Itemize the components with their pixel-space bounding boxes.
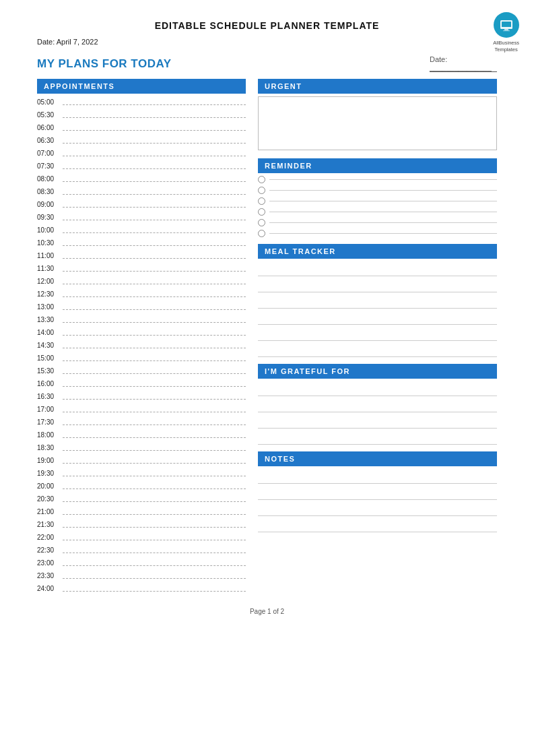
time-slot-line[interactable]	[63, 540, 246, 540]
time-slot-line[interactable]	[63, 578, 246, 579]
time-slot-line[interactable]	[63, 412, 246, 412]
notes-line[interactable]	[258, 485, 497, 500]
reminder-item	[258, 187, 497, 194]
time-slot-line[interactable]	[63, 117, 246, 118]
time-slot: 13:00	[37, 301, 246, 312]
svg-rect-1	[502, 22, 511, 27]
time-slot: 21:00	[37, 506, 246, 517]
time-slot-line[interactable]	[63, 565, 246, 566]
grateful-line[interactable]	[258, 398, 497, 412]
time-slot-line[interactable]	[63, 514, 246, 515]
time-slot-line[interactable]	[63, 156, 246, 156]
reminder-item	[258, 208, 497, 216]
grateful-line[interactable]	[258, 381, 497, 396]
time-slot-line[interactable]	[63, 437, 246, 438]
time-slot: 18:30	[37, 442, 246, 453]
reminder-line[interactable]	[269, 233, 497, 234]
meal-lines	[258, 261, 497, 357]
time-label: 16:00	[37, 381, 63, 389]
notes-line[interactable]	[258, 469, 497, 484]
time-slot-line[interactable]	[63, 450, 246, 451]
urgent-header: URGENT	[258, 79, 497, 94]
time-slot: 12:00	[37, 276, 246, 286]
time-slot: 12:30	[37, 288, 246, 299]
meal-line[interactable]	[258, 342, 497, 357]
time-slot-line[interactable]	[63, 296, 246, 297]
logo: AllBusiness Templates	[493, 12, 519, 53]
time-slot-line[interactable]	[63, 284, 246, 284]
time-slot-line[interactable]	[63, 386, 246, 387]
grateful-line[interactable]	[258, 414, 497, 429]
time-slot: 22:00	[37, 532, 246, 542]
reminder-item	[258, 219, 497, 226]
time-label: 11:30	[37, 265, 63, 274]
time-slot: 24:00	[37, 583, 246, 594]
reminder-line[interactable]	[269, 212, 497, 212]
time-label: 21:30	[37, 522, 63, 530]
time-label: 06:30	[37, 137, 63, 146]
time-slot-line[interactable]	[63, 501, 246, 502]
reminder-checkbox[interactable]	[258, 187, 265, 194]
time-label: 13:00	[37, 304, 63, 312]
time-slot-line[interactable]	[63, 527, 246, 528]
reminder-checkbox[interactable]	[258, 197, 265, 205]
time-slot-line[interactable]	[63, 207, 246, 208]
time-slot-line[interactable]	[63, 322, 246, 323]
time-slot-line[interactable]	[63, 591, 246, 592]
reminder-checkbox[interactable]	[258, 208, 265, 216]
time-slot: 20:00	[37, 480, 246, 491]
time-slot-line[interactable]	[63, 348, 246, 348]
time-slot-line[interactable]	[63, 245, 246, 246]
time-slot-line[interactable]	[63, 220, 246, 220]
time-slot-line[interactable]	[63, 489, 246, 489]
time-slot-line[interactable]	[63, 130, 246, 131]
reminder-line[interactable]	[269, 190, 497, 191]
time-slot-line[interactable]	[63, 168, 246, 169]
time-slot: 16:30	[37, 391, 246, 402]
reminder-line[interactable]	[269, 179, 497, 180]
time-label: 07:30	[37, 163, 63, 171]
reminder-checkbox[interactable]	[258, 219, 265, 226]
content-area: APPOINTMENTS 05:0005:3006:0006:3007:0007…	[37, 79, 497, 596]
grateful-line[interactable]	[258, 430, 497, 445]
time-slot-line[interactable]	[63, 309, 246, 310]
reminder-checkbox[interactable]	[258, 176, 265, 183]
time-label: 12:00	[37, 278, 63, 286]
notes-line[interactable]	[258, 501, 497, 516]
meal-line[interactable]	[258, 310, 497, 325]
time-slot-line[interactable]	[63, 553, 246, 553]
time-slot-line[interactable]	[63, 399, 246, 400]
time-slot-line[interactable]	[63, 360, 246, 361]
time-label: 14:00	[37, 329, 63, 338]
reminder-line[interactable]	[269, 201, 497, 201]
time-slot-line[interactable]	[63, 194, 246, 195]
reminder-checkbox[interactable]	[258, 230, 265, 237]
time-label: 19:00	[37, 458, 63, 466]
time-slot: 22:30	[37, 544, 246, 555]
time-slot-line[interactable]	[63, 271, 246, 272]
time-slot-line[interactable]	[63, 104, 246, 105]
reminder-item	[258, 197, 497, 205]
time-slot-line[interactable]	[63, 232, 246, 233]
urgent-box[interactable]	[258, 96, 497, 150]
meal-line[interactable]	[258, 261, 497, 276]
time-slot-line[interactable]	[63, 373, 246, 374]
time-slot: 13:30	[37, 314, 246, 325]
time-slot-line[interactable]	[63, 181, 246, 182]
meal-line[interactable]	[258, 294, 497, 309]
time-slot: 17:30	[37, 416, 246, 427]
time-slot-line[interactable]	[63, 335, 246, 336]
notes-lines	[258, 469, 497, 532]
time-slot-line[interactable]	[63, 424, 246, 425]
time-label: 17:00	[37, 406, 63, 414]
meal-line[interactable]	[258, 278, 497, 292]
time-slot-line[interactable]	[63, 143, 246, 144]
time-slot: 08:30	[37, 186, 246, 197]
meal-line[interactable]	[258, 326, 497, 341]
meal-tracker-header: MEAL TRACKER	[258, 244, 497, 259]
time-slot-line[interactable]	[63, 476, 246, 476]
notes-line[interactable]	[258, 517, 497, 532]
reminder-line[interactable]	[269, 222, 497, 223]
time-slot-line[interactable]	[63, 463, 246, 464]
time-slot-line[interactable]	[63, 258, 246, 259]
